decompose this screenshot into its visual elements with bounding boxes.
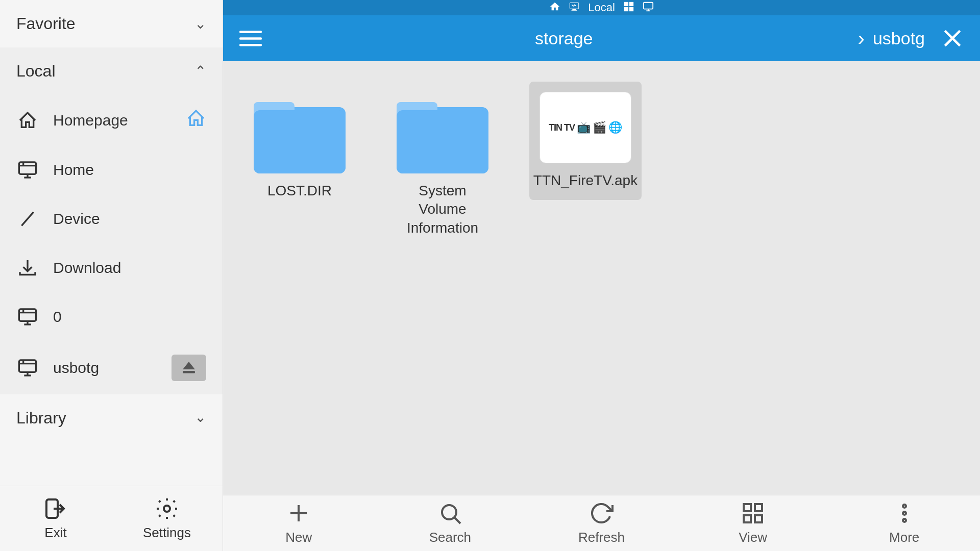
library-chevron-down-icon: ⌄ [194, 409, 206, 425]
refresh-button[interactable]: Refresh [526, 493, 677, 551]
settings-button[interactable]: Settings [111, 486, 223, 551]
view-label: View [739, 530, 767, 545]
svg-rect-33 [239, 37, 262, 40]
svg-rect-8 [644, 3, 653, 9]
svg-line-16 [21, 212, 33, 226]
svg-point-52 [903, 512, 906, 515]
download-icon [16, 257, 39, 279]
svg-rect-5 [629, 2, 633, 6]
new-label: New [285, 530, 312, 545]
svg-rect-11 [19, 162, 36, 174]
eject-button[interactable] [172, 355, 206, 381]
svg-rect-42 [397, 110, 488, 173]
favorite-label: Favorite [16, 14, 76, 33]
usbotg-label: usbotg [53, 359, 157, 377]
new-button[interactable]: New [223, 493, 375, 551]
svg-rect-28 [183, 371, 195, 373]
local-label: Local [16, 62, 56, 81]
download-label: Download [53, 259, 206, 277]
svg-rect-48 [755, 504, 762, 511]
device-label: Device [53, 210, 206, 228]
topbar: storage › usbotg [223, 15, 980, 61]
svg-point-45 [442, 505, 456, 519]
location-label: usbotg [873, 29, 925, 48]
path-separator: › [858, 27, 865, 50]
svg-rect-6 [624, 7, 628, 11]
svg-rect-17 [19, 309, 36, 321]
grid-status-icon [623, 1, 634, 14]
file-item-system-volume[interactable]: System Volume Information [386, 82, 499, 247]
svg-rect-7 [629, 7, 633, 11]
favorite-section[interactable]: Favorite ⌄ [0, 0, 223, 47]
svg-line-46 [455, 518, 460, 523]
favorite-chevron-down-icon: ⌄ [194, 15, 206, 32]
file-name-system-volume: System Volume Information [397, 182, 488, 237]
monitor-home-icon [16, 159, 39, 181]
file-name-ttn-firetv: TTN_FireTV.apk [533, 171, 638, 190]
svg-rect-47 [744, 504, 751, 511]
file-name-lost-dir: LOST.DIR [267, 182, 332, 200]
sidebar: Favorite ⌄ Local ⌃ Homepage [0, 0, 223, 551]
home-status-icon [549, 1, 560, 14]
library-section[interactable]: Library ⌄ [0, 394, 223, 486]
svg-marker-27 [183, 362, 195, 369]
monitor-status-icon [569, 1, 580, 15]
local-label: Local [588, 1, 615, 14]
sidebar-item-homepage[interactable]: Homepage [0, 95, 223, 145]
monitor-usb-icon [16, 357, 39, 379]
search-label: Search [429, 530, 471, 545]
main-content: storage › usbotg LOST.DIR [223, 0, 980, 551]
folder-icon-system-volume [397, 92, 488, 173]
search-button[interactable]: Search [375, 493, 526, 551]
local-section[interactable]: Local ⌃ [0, 47, 223, 95]
svg-rect-39 [254, 110, 346, 173]
more-label: More [889, 530, 919, 545]
path-label: storage [278, 29, 850, 48]
menu-button[interactable] [235, 23, 266, 54]
sidebar-item-home[interactable]: Home [0, 145, 223, 194]
device-slash-icon [16, 208, 39, 230]
file-grid: LOST.DIR System Volume Information TIN T… [223, 61, 980, 495]
file-item-ttn-firetv[interactable]: TIN TV 📺 🎬 🌐 TTN_FireTV.apk [529, 82, 642, 200]
svg-point-51 [903, 505, 906, 508]
svg-rect-1 [573, 9, 576, 10]
svg-rect-34 [239, 44, 262, 46]
svg-rect-2 [572, 10, 577, 10]
svg-rect-32 [239, 31, 262, 33]
zero-label: 0 [53, 308, 206, 325]
monitor2-status-icon [643, 1, 654, 14]
svg-rect-4 [624, 2, 628, 6]
status-bar: Local [223, 0, 980, 15]
svg-point-53 [903, 519, 906, 522]
library-label: Library [16, 409, 66, 428]
svg-rect-49 [744, 515, 751, 522]
bottom-toolbar: New Search Refresh View [223, 495, 980, 551]
sidebar-item-device[interactable]: Device [0, 194, 223, 243]
homepage-label: Homepage [53, 112, 172, 129]
exit-label: Exit [44, 525, 66, 541]
local-chevron-up-icon: ⌃ [194, 63, 206, 80]
monitor-zero-icon [16, 306, 39, 328]
sidebar-item-zero[interactable]: 0 [0, 292, 223, 341]
homepage-home-icon [186, 108, 206, 132]
folder-icon-lost-dir [254, 92, 346, 173]
view-button[interactable]: View [677, 493, 829, 551]
more-button[interactable]: More [828, 493, 980, 551]
svg-rect-50 [755, 515, 762, 522]
svg-point-31 [164, 506, 170, 512]
sidebar-item-download[interactable]: Download [0, 243, 223, 292]
exit-button[interactable]: Exit [0, 486, 111, 551]
sidebar-item-usbotg[interactable]: usbotg [0, 341, 223, 394]
sidebar-nav-items: Homepage Home [0, 95, 223, 394]
settings-label: Settings [143, 525, 191, 541]
home-icon [16, 109, 39, 132]
file-item-lost-dir[interactable]: LOST.DIR [243, 82, 356, 210]
refresh-label: Refresh [578, 530, 625, 545]
apk-icon-ttn-firetv: TIN TV 📺 🎬 🌐 [540, 92, 631, 163]
sidebar-bottom-bar: Exit Settings [0, 486, 223, 551]
svg-rect-22 [19, 360, 36, 372]
home-label: Home [53, 161, 206, 179]
close-button[interactable] [937, 23, 968, 54]
